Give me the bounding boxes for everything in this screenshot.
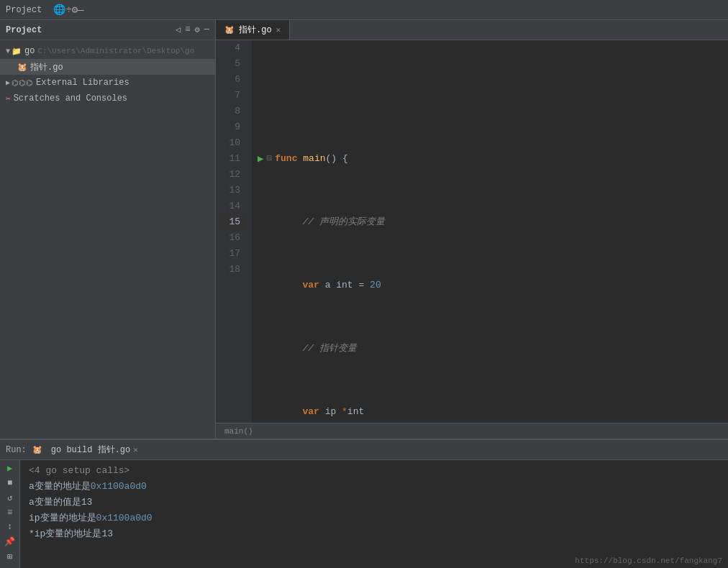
expand-arrow-extlibs: ▶	[6, 78, 10, 87]
run-rerun-icon[interactable]: ↺	[3, 493, 17, 503]
console-line-4: *ip变量的地址是13	[29, 526, 719, 542]
go-path: C:\Users\Administrator\Desktop\go	[37, 47, 194, 55]
run-label: Run:	[6, 445, 27, 455]
tree-item-go[interactable]: ▼ 📁 go C:\Users\Administrator\Desktop\go	[0, 43, 215, 59]
kw-var-9: var	[302, 404, 319, 420]
run-arrow-icon[interactable]: ▶	[258, 151, 263, 167]
code-editor[interactable]: 4 5 6 7 8 9 10 11 12 13 14 15 16 17 18	[216, 40, 728, 423]
console-output: <4 go setup calls> a变量的地址是0x1100a0d0 a变量…	[20, 460, 728, 568]
comment-8: // 指针变量	[258, 341, 357, 357]
console-area: ▶ ■ ↺ ≡ ↕ 📌 ⊞ 🗑 <4 go setup calls> a变量的地…	[0, 460, 728, 568]
line-num-16: 16	[216, 230, 246, 246]
breadcrumb: main()	[216, 423, 728, 439]
ptr-star: *	[342, 404, 347, 420]
tab-file-icon: 🐹	[224, 25, 235, 35]
top-bar: Project 🌐 ÷ ⚙ —	[0, 0, 728, 20]
kw-func: func	[275, 151, 297, 167]
console-line-setup: <4 go setup calls>	[29, 463, 719, 479]
sidebar-header: Project ◁ ≡ ⚙ —	[0, 20, 215, 40]
watermark: https://blog.csdn.net/fangkang7	[575, 556, 722, 565]
sidebar-icon-2[interactable]: ≡	[185, 24, 190, 35]
go-file-icon: 🐹	[17, 63, 27, 72]
tab-bar: 🐹 指针.go ✕	[216, 20, 728, 40]
run-wrap-icon[interactable]: ↕	[3, 522, 17, 532]
kw-var-7: var	[302, 278, 319, 293]
line-num-12: 12	[216, 167, 246, 183]
tree-item-zhizhen[interactable]: 🐹 指针.go	[0, 59, 215, 75]
expand-arrow-go: ▼	[6, 47, 10, 55]
tree-label-scratches: Scratches and Consoles	[14, 93, 127, 104]
run-settings-icon[interactable]: ⊞	[3, 551, 17, 562]
run-tab-close[interactable]: ✕	[133, 445, 138, 454]
line-num-8: 8	[216, 104, 246, 119]
console-line-3: ip变量的地址是0x1100a0d0	[29, 510, 719, 526]
run-scroll-icon[interactable]: ≡	[3, 508, 17, 518]
hex-3: 0x1100a0d0	[96, 513, 153, 523]
num-20: 20	[370, 278, 381, 293]
sidebar-icon-close[interactable]: —	[204, 24, 209, 35]
var-a: a	[325, 278, 331, 293]
run-tab-file-icon: 🐹	[32, 445, 42, 454]
bottom-panel: Run: 🐹 go build 指针.go ✕ ▶ ■ ↺ ≡ ↕ 📌 ⊞ 🗑 …	[0, 439, 728, 568]
code-line-5: ▶ ⊟ func main () {	[258, 151, 728, 167]
fold-icon-5: ⊟	[266, 151, 272, 167]
fn-main: main	[303, 151, 325, 167]
run-tab[interactable]: go build 指针.go ✕	[48, 444, 141, 456]
tab-close-button[interactable]: ✕	[276, 25, 281, 35]
globe-icon[interactable]: 🌐	[53, 4, 65, 16]
gear-icon[interactable]: ⚙	[72, 4, 78, 16]
scratches-icon: ✂	[6, 94, 11, 104]
tree-item-ext-libs[interactable]: ▶ ⌬⌬⌬ External Libraries	[0, 75, 215, 91]
breadcrumb-text: main()	[224, 427, 253, 436]
run-play-icon[interactable]: ▶	[3, 463, 17, 474]
minimize-icon[interactable]: —	[78, 4, 83, 16]
sidebar-tree: ▼ 📁 go C:\Users\Administrator\Desktop\go…	[0, 40, 215, 109]
tree-item-scratches[interactable]: ✂ Scratches and Consoles	[0, 91, 215, 106]
project-title: Project	[6, 5, 42, 15]
line-num-5: 5	[216, 56, 246, 72]
sidebar-header-icons: ◁ ≡ ⚙ —	[176, 24, 209, 35]
tree-label-zhizhen: 指针.go	[30, 61, 63, 73]
comment-6: // 声明的实际变量	[258, 214, 385, 230]
tab-zhizhen[interactable]: 🐹 指针.go ✕	[216, 20, 290, 40]
line-num-13: 13	[216, 183, 246, 198]
line-num-14: 14	[216, 198, 246, 214]
hex-1: 0x1100a0d0	[91, 481, 147, 492]
code-line-7: var a int = 20	[258, 278, 728, 293]
line-num-9: 9	[216, 119, 246, 135]
tree-label-go: go	[24, 46, 35, 56]
line-num-7: 7	[216, 88, 246, 104]
tree-label-extlibs: External Libraries	[36, 78, 129, 88]
line-numbers: 4 5 6 7 8 9 10 11 12 13 14 15 16 17 18	[216, 40, 252, 423]
sidebar-icon-1[interactable]: ◁	[176, 24, 181, 35]
console-line-2: a变量的值是13	[29, 495, 719, 510]
run-tab-bar: Run: 🐹 go build 指针.go ✕	[0, 440, 728, 460]
code-line-6: // 声明的实际变量	[258, 214, 728, 230]
line-num-11: 11	[216, 151, 246, 167]
run-stop-icon[interactable]: ■	[3, 478, 17, 488]
run-pin-icon[interactable]: 📌	[3, 536, 17, 547]
console-sidebar: ▶ ■ ↺ ≡ ↕ 📌 ⊞ 🗑	[0, 460, 20, 568]
line-num-4: 4	[216, 40, 246, 56]
code-line-4	[258, 88, 728, 104]
tab-label: 指针.go	[239, 24, 272, 36]
sidebar-icon-3[interactable]: ⚙	[195, 24, 200, 35]
line-num-10: 10	[216, 135, 246, 151]
sidebar-title: Project	[6, 25, 42, 35]
code-content[interactable]: ▶ ⊟ func main () { // 声明的实际变量 var	[252, 40, 728, 423]
line-num-15: 15	[216, 214, 246, 230]
divide-icon[interactable]: ÷	[65, 4, 71, 16]
line-num-18: 18	[216, 262, 246, 278]
line-num-6: 6	[216, 72, 246, 88]
code-line-8: // 指针变量	[258, 341, 728, 357]
folder-icon-go: 📁	[12, 47, 22, 56]
run-tab-label: go build 指针.go	[51, 444, 130, 456]
main-layout: Project ◁ ≡ ⚙ — ▼ 📁 go C:\Users\Administ…	[0, 20, 728, 439]
editor-area: 🐹 指针.go ✕ 4 5 6 7 8 9 10 11 12 13 14 15 …	[216, 20, 728, 439]
console-line-1: a变量的地址是0x1100a0d0	[29, 479, 719, 495]
library-icon: ⌬⌬⌬	[12, 78, 33, 88]
line-num-17: 17	[216, 246, 246, 262]
sidebar: Project ◁ ≡ ⚙ — ▼ 📁 go C:\Users\Administ…	[0, 20, 216, 439]
code-line-9: var ip * int	[258, 404, 728, 420]
type-int-7: int	[336, 278, 352, 293]
